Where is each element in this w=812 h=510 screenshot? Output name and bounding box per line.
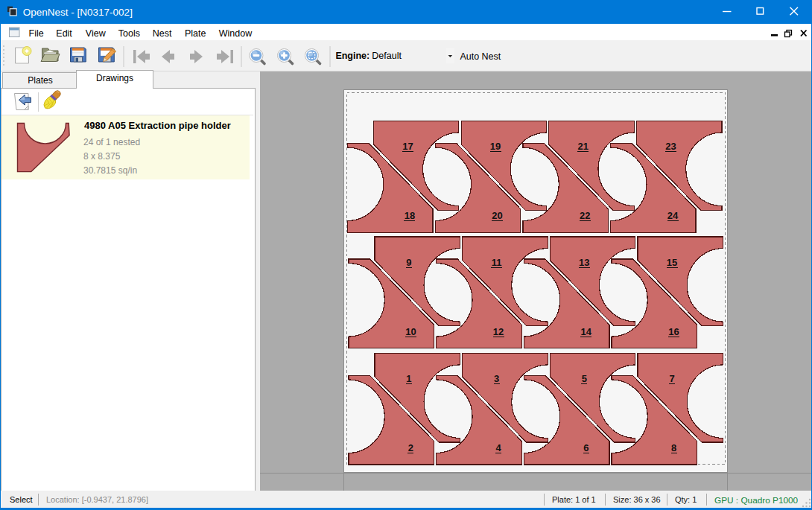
svg-text:24: 24: [667, 210, 679, 221]
svg-text:19: 19: [490, 141, 501, 152]
svg-text:14: 14: [581, 326, 592, 337]
svg-text:Engine:: Engine:: [335, 51, 369, 61]
svg-text:3: 3: [494, 373, 499, 384]
svg-text:11: 11: [492, 257, 502, 268]
svg-text:21: 21: [578, 141, 589, 152]
svg-text:17: 17: [402, 141, 413, 152]
svg-text:10: 10: [405, 326, 416, 337]
svg-text:Auto Nest: Auto Nest: [460, 51, 501, 62]
svg-text:9: 9: [406, 257, 411, 268]
svg-text:1: 1: [406, 373, 411, 384]
svg-text:22: 22: [580, 210, 590, 221]
svg-text:18: 18: [405, 210, 415, 221]
svg-text:12: 12: [493, 326, 504, 337]
svg-text:6: 6: [583, 442, 589, 453]
svg-text:13: 13: [579, 257, 589, 268]
svg-text:8: 8: [671, 442, 676, 453]
svg-text:Default: Default: [372, 51, 402, 61]
svg-text:20: 20: [492, 210, 502, 221]
svg-text:15: 15: [667, 257, 677, 268]
svg-text:16: 16: [668, 326, 679, 337]
svg-text:5: 5: [582, 373, 587, 384]
svg-text:7: 7: [669, 373, 674, 384]
svg-text:4: 4: [495, 442, 501, 453]
svg-text:23: 23: [665, 141, 676, 152]
svg-text:2: 2: [408, 442, 413, 453]
